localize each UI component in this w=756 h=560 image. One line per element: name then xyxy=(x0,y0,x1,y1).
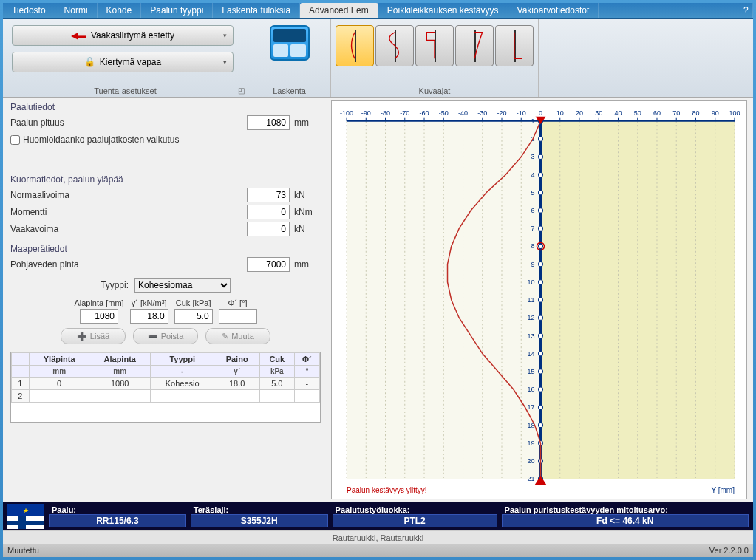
btn-poista[interactable]: ➖Poista xyxy=(133,328,198,344)
svg-text:-80: -80 xyxy=(381,109,390,116)
input-vaakavoima[interactable] xyxy=(247,222,290,236)
label-paalun-pituus: Paalun pituus xyxy=(10,117,247,128)
svg-point-118 xyxy=(538,298,542,302)
svg-text:3: 3 xyxy=(531,153,534,160)
svg-text:Y  [mm]: Y [mm] xyxy=(711,486,735,494)
chart-btn-5[interactable] xyxy=(495,25,534,66)
footer-cap-val: Fd <= 46.4 kN xyxy=(502,514,749,527)
grid-hdr-1: Yläpinta xyxy=(29,353,89,366)
cell xyxy=(89,390,151,403)
input-gamma[interactable] xyxy=(130,309,168,324)
menu-paaluntyyppi[interactable]: Paalun tyyppi xyxy=(141,3,213,18)
input-normaalivoima[interactable] xyxy=(247,188,290,202)
footer-dark: ★ Paalu:RR115/6.3 Teräslaji:S355J2H Paal… xyxy=(3,502,753,530)
unit-knm: kNm xyxy=(294,207,321,217)
svg-point-125 xyxy=(538,423,542,427)
input-phi[interactable] xyxy=(219,309,257,324)
svg-text:16: 16 xyxy=(527,386,534,393)
cell xyxy=(29,390,89,403)
cell: 1 xyxy=(12,378,30,390)
input-paalun-pituus[interactable] xyxy=(247,115,290,130)
svg-text:20: 20 xyxy=(576,109,583,116)
btn-kiertyma[interactable]: 🔓 Kiertymä vapaa ▾ xyxy=(12,52,234,72)
svg-text:-50: -50 xyxy=(439,109,449,116)
svg-text:30: 30 xyxy=(595,109,602,116)
table-row[interactable]: 2 xyxy=(12,390,320,403)
svg-point-117 xyxy=(538,280,542,284)
section-maaperatiedot: Maaperätiedot xyxy=(10,244,321,254)
chart-btn-2[interactable] xyxy=(375,25,414,66)
checkbox-label: Huomioidaanko paalujatkosten vaikutus xyxy=(23,134,179,145)
cell xyxy=(259,390,294,403)
cell: 18.0 xyxy=(214,378,259,390)
caret-icon: ▾ xyxy=(223,32,227,39)
btn-vaakasiirtyma[interactable]: ◀▬ Vaakasiirtymä estetty ▾ xyxy=(12,25,234,46)
group-label-support: Tuenta-asetukset xyxy=(3,86,248,95)
menu-vakioarvo[interactable]: Vakioarvotiedostot xyxy=(508,3,599,18)
svg-text:11: 11 xyxy=(527,296,534,304)
ribbon-group-support: ◀▬ Vaakasiirtymä estetty ▾ 🔓 Kiertymä va… xyxy=(3,19,248,97)
svg-text:80: 80 xyxy=(692,109,699,116)
chart-btn-1[interactable] xyxy=(336,25,374,66)
unit-mm: mm xyxy=(294,117,321,128)
ribbon-group-calc: Laskenta xyxy=(248,19,331,97)
grid-sub-2: mm xyxy=(89,366,151,378)
svg-text:10: 10 xyxy=(556,109,564,116)
table-row[interactable]: 1 0 1080 Koheesio 18.0 5.0 - xyxy=(12,378,320,390)
btn-vaakasiirtyma-label: Vaakasiirtymä estetty xyxy=(91,30,174,41)
btn-lisaa[interactable]: ➕Lisää xyxy=(61,328,126,344)
cell xyxy=(214,390,259,403)
checkbox-input[interactable] xyxy=(10,135,20,145)
input-cuk[interactable] xyxy=(174,309,213,324)
label-pohjaveden-pinta: Pohjaveden pinta xyxy=(10,259,247,270)
help-icon[interactable]: ? xyxy=(735,3,753,18)
svg-text:1: 1 xyxy=(531,117,534,125)
cell: 2 xyxy=(12,390,30,403)
input-momentti[interactable] xyxy=(247,205,290,219)
menu-tiedosto[interactable]: Tiedosto xyxy=(3,3,55,18)
grid-hdr-5: Cuk xyxy=(259,353,294,366)
menu-laskentatuloksia[interactable]: Laskenta tuloksia xyxy=(213,3,300,18)
svg-text:-10: -10 xyxy=(517,109,526,116)
menu-kohde[interactable]: Kohde xyxy=(98,3,142,18)
grid-sub-1: mm xyxy=(29,366,89,378)
footer-class-label: Paalutustyöluokka: xyxy=(333,505,497,514)
input-pohjaveden-pinta[interactable] xyxy=(247,257,290,272)
menu-poikkileikkaus[interactable]: Poikkileikkauksen kestävyys xyxy=(378,3,508,18)
expand-icon[interactable]: ◰ xyxy=(238,86,245,95)
btn-muuta[interactable]: ✎Muuta xyxy=(205,328,270,344)
unit-mm: mm xyxy=(294,259,321,270)
chart-area: -100-90-80-70-60-50-40-30-20-10010203040… xyxy=(331,100,747,499)
input-alapinta[interactable] xyxy=(80,309,118,324)
grid-hdr-3: Tyyppi xyxy=(151,353,214,366)
grid-sub-0 xyxy=(12,366,30,378)
chart-btn-4[interactable] xyxy=(455,25,494,66)
ribbon: ◀▬ Vaakasiirtymä estetty ▾ 🔓 Kiertymä va… xyxy=(3,19,753,98)
svg-text:Paalun kestävyys ylittyy!: Paalun kestävyys ylittyy! xyxy=(347,486,426,494)
col-alapinta: Alapinta [mm] xyxy=(74,298,123,307)
cell xyxy=(151,390,214,403)
calc-icon[interactable] xyxy=(270,25,310,61)
chart-btn-3[interactable] xyxy=(415,25,454,66)
svg-text:0: 0 xyxy=(539,109,542,116)
soil-grid[interactable]: Yläpinta Alapinta Tyyppi Paino Cuk Φ´ mm… xyxy=(10,352,321,423)
svg-text:21: 21 xyxy=(527,475,534,482)
col-gamma: γ´ [kN/m³] xyxy=(130,298,168,307)
menu-normi[interactable]: Normi xyxy=(55,3,98,18)
ribbon-group-charts: Kuvaajat xyxy=(331,19,539,97)
svg-text:70: 70 xyxy=(672,109,680,116)
btn-kiertyma-label: Kiertymä vapaa xyxy=(100,57,161,67)
menu-advancedfem[interactable]: Advanced Fem xyxy=(300,3,378,18)
svg-text:14: 14 xyxy=(527,350,534,358)
grid-hdr-2: Alapinta xyxy=(89,353,151,366)
checkbox-paalujatkosten[interactable]: Huomioidaanko paalujatkosten vaikutus xyxy=(10,134,321,145)
svg-text:6: 6 xyxy=(531,207,534,214)
status-right: Ver 2.2.0.0 xyxy=(709,546,749,555)
select-tyyppi[interactable]: Koheesiomaa xyxy=(134,278,231,293)
svg-text:-90: -90 xyxy=(361,109,371,116)
footer-pile-val: RR115/6.3 xyxy=(49,514,186,527)
remove-icon: ➖ xyxy=(148,332,158,341)
cell: Koheesio xyxy=(151,378,214,390)
cell: - xyxy=(294,378,319,390)
left-panel: Paalutiedot Paalun pituus mm Huomioidaan… xyxy=(3,98,328,502)
